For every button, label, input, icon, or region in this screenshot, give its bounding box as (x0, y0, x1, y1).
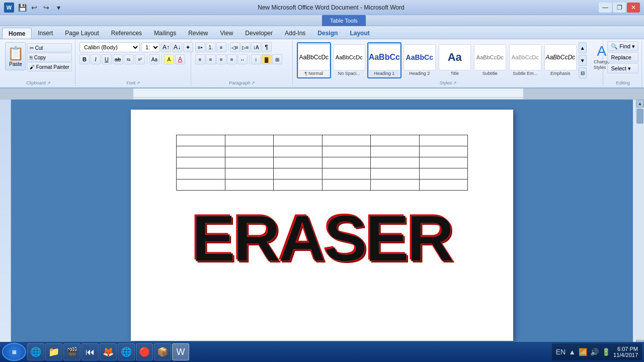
change-case-button[interactable]: Aa (149, 54, 159, 64)
table-cell[interactable] (274, 146, 323, 157)
document-table[interactable] (176, 135, 468, 191)
shading-button[interactable]: ▓ (262, 54, 272, 64)
taskbar-package-button[interactable]: 📦 (154, 343, 171, 360)
style-title[interactable]: Aa Title (438, 42, 472, 78)
style-normal[interactable]: AaBbCcDc ¶ Normal (297, 42, 331, 78)
subscript-button[interactable]: x₂ (124, 54, 134, 64)
tab-references[interactable]: References (105, 28, 148, 39)
table-cell[interactable] (177, 168, 225, 179)
align-left-button[interactable]: ≡ (195, 54, 205, 64)
table-cell[interactable] (177, 146, 225, 157)
table-cell[interactable] (225, 146, 274, 157)
paragraph-expand-icon[interactable]: ↗ (251, 80, 255, 85)
font-family-selector[interactable]: Calibri (Body) (79, 42, 140, 52)
start-button[interactable]: ⊞ (2, 343, 26, 361)
taskbar-red-button[interactable]: 🔴 (136, 343, 153, 360)
table-cell[interactable] (322, 157, 371, 168)
styles-scroll-down[interactable]: ▼ (579, 55, 587, 66)
table-cell[interactable] (322, 135, 371, 146)
tab-layout[interactable]: Layout (344, 28, 375, 39)
justify-button[interactable]: ≡ (227, 54, 237, 64)
style-heading1[interactable]: AaBbCc Heading 1 (367, 42, 401, 78)
font-size-selector[interactable]: 11 (141, 42, 160, 52)
tab-page-layout[interactable]: Page Layout (59, 28, 105, 39)
table-cell[interactable] (419, 168, 468, 179)
superscript-button[interactable]: x² (135, 54, 145, 64)
tab-home[interactable]: Home (2, 28, 32, 39)
document-scroll-area[interactable]: ERASER (11, 100, 633, 348)
increase-font-button[interactable]: A↑ (161, 42, 171, 52)
find-button[interactable]: 🔍 Find ▾ (607, 41, 638, 51)
table-cell[interactable] (274, 168, 323, 179)
ltr-rtl-button[interactable]: ↔ (237, 54, 248, 64)
font-expand-icon[interactable]: ↗ (136, 80, 140, 85)
select-button[interactable]: Select ▾ (607, 63, 638, 73)
table-cell[interactable] (274, 135, 323, 146)
styles-expand-icon[interactable]: ↗ (453, 80, 457, 85)
align-center-button[interactable]: ≡ (206, 54, 216, 64)
replace-button[interactable]: Replace (607, 52, 638, 62)
cut-button[interactable]: ✂ Cut (27, 43, 72, 52)
sort-button[interactable]: ↕A (251, 42, 261, 52)
tab-insert[interactable]: Insert (32, 28, 59, 39)
bold-button[interactable]: B (79, 54, 90, 64)
italic-button[interactable]: I (91, 54, 101, 64)
bullets-button[interactable]: ≡• (195, 42, 205, 52)
taskbar-firefox-button[interactable]: 🦊 (100, 343, 117, 360)
numbering-button[interactable]: 1. (206, 42, 216, 52)
line-spacing-button[interactable]: ↕ (251, 54, 261, 64)
taskbar-word-button[interactable]: W (172, 343, 189, 360)
show-formatting-button[interactable]: ¶ (262, 42, 272, 52)
taskbar-chrome-button[interactable]: 🌐 (118, 343, 135, 360)
minimize-button[interactable]: — (599, 3, 612, 13)
decrease-font-button[interactable]: A↓ (172, 42, 182, 52)
table-cell[interactable] (371, 146, 420, 157)
highlight-button[interactable]: A (164, 54, 174, 64)
styles-expand[interactable]: ⊟ (579, 67, 587, 78)
underline-button[interactable]: U (102, 54, 112, 64)
tab-mailings[interactable]: Mailings (148, 28, 182, 39)
tab-developer[interactable]: Developer (239, 28, 279, 39)
table-cell[interactable] (419, 157, 468, 168)
clipboard-expand-icon[interactable]: ↗ (47, 80, 51, 85)
scroll-up-arrow[interactable]: ▲ (636, 100, 644, 108)
style-heading2[interactable]: AaBbCc Heading 2 (403, 42, 437, 78)
copy-button[interactable]: ⎘ Copy (27, 53, 72, 62)
undo-button[interactable]: ↩ (29, 3, 39, 13)
taskbar-media-button[interactable]: 🎬 (63, 343, 80, 360)
table-cell[interactable] (322, 146, 371, 157)
multi-list-button[interactable]: ≡ (216, 42, 226, 52)
table-cell[interactable] (371, 179, 420, 191)
style-subtitle[interactable]: AaBbCcDc Subtitle (473, 42, 507, 78)
maximize-button[interactable]: ❐ (613, 3, 626, 13)
table-cell[interactable] (225, 179, 274, 191)
table-cell[interactable] (225, 168, 274, 179)
vertical-scrollbar[interactable]: ▲ ▼ (636, 100, 644, 348)
table-cell[interactable] (274, 179, 323, 191)
table-cell[interactable] (419, 135, 468, 146)
table-cell[interactable] (371, 135, 420, 146)
table-cell[interactable] (322, 168, 371, 179)
style-subtle-em[interactable]: AaBbCcDc Subtle Em... (508, 42, 542, 78)
tab-design[interactable]: Design (311, 28, 344, 39)
tab-review[interactable]: Review (182, 28, 214, 39)
taskbar-explorer-button[interactable]: 📁 (45, 343, 62, 360)
table-cell[interactable] (419, 179, 468, 191)
style-no-spacing[interactable]: AaBbCcDc No Spaci... (332, 42, 366, 78)
paste-button[interactable]: 📋 Paste (5, 42, 26, 70)
taskbar-player-button[interactable]: ⏮ (82, 343, 99, 360)
table-cell[interactable] (371, 168, 420, 179)
tab-add-ins[interactable]: Add-Ins (279, 28, 311, 39)
align-right-button[interactable]: ≡ (216, 54, 226, 64)
qa-dropdown[interactable]: ▾ (53, 3, 63, 13)
table-cell[interactable] (177, 157, 225, 168)
taskbar-ie-button[interactable]: 🌐 (27, 343, 44, 360)
table-cell[interactable] (419, 146, 468, 157)
table-cell[interactable] (322, 179, 371, 191)
style-emphasis[interactable]: AaBbCcDc Emphasis (543, 42, 578, 78)
format-painter-button[interactable]: 🖌 Format Painter (27, 62, 72, 71)
borders-button[interactable]: ⊞ (272, 54, 282, 64)
outdent-button[interactable]: ◁≡ (230, 42, 240, 52)
table-cell[interactable] (371, 157, 420, 168)
indent-button[interactable]: ▷≡ (240, 42, 251, 52)
